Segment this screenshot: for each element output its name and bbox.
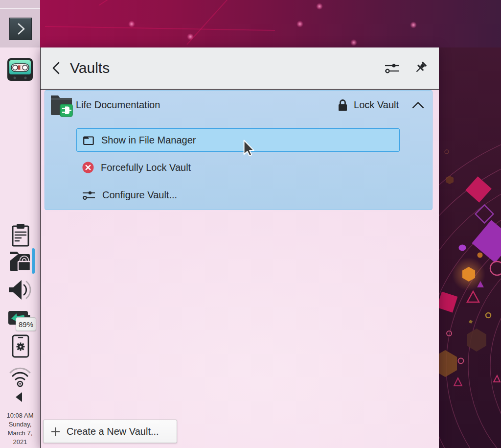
plasma-panel: 89% — [0, 0, 40, 448]
vault-row[interactable]: Life Documentation Lock Vault — [45, 91, 432, 119]
wallpaper-facet — [98, 0, 205, 6]
panel-separator — [0, 8, 40, 9]
popup-body: Life Documentation Lock Vault — [41, 90, 439, 448]
smartphone-gear-icon — [12, 334, 29, 358]
folder-open-icon — [83, 135, 94, 146]
wallpaper-sparkle — [187, 33, 194, 40]
clock-date: March 7, — [0, 429, 40, 438]
wallpaper-sparkle — [296, 21, 303, 27]
chevron-right-icon — [13, 21, 28, 37]
menu-item-forcefully-lock[interactable]: Forcefully Lock Vault — [76, 156, 400, 179]
battery-percent-badge: 89% — [16, 317, 36, 331]
chevron-up-icon — [412, 101, 424, 109]
page-title: Vaults — [70, 60, 110, 76]
menu-item-label: Show in File Manager — [101, 135, 196, 146]
collapse-button[interactable] — [412, 101, 424, 109]
clipboard-icon — [10, 223, 31, 247]
error-icon — [82, 162, 94, 173]
wallpaper-sparkle — [128, 21, 135, 27]
clock-year: 2021 — [0, 438, 40, 447]
menu-item-label: Forcefully Lock Vault — [101, 162, 191, 173]
menu-item-configure-vault[interactable]: Configure Vault... — [76, 183, 400, 207]
popup-header: Vaults — [41, 47, 439, 89]
menu-item-show-in-file-manager[interactable]: Show in File Manager — [76, 128, 400, 152]
create-new-vault-button[interactable]: Create a New Vault... — [43, 420, 177, 443]
hide-icons-button[interactable] — [14, 391, 24, 403]
configure-sliders-icon — [384, 62, 400, 74]
vault-folder-icon — [50, 93, 73, 117]
menu-item-label: Configure Vault... — [102, 189, 177, 201]
panel-expander-button[interactable] — [9, 18, 32, 40]
plus-icon — [50, 426, 61, 437]
wifi-icon — [7, 363, 33, 388]
lock-icon — [337, 98, 348, 112]
vault-item-expanded: Life Documentation Lock Vault — [45, 90, 433, 210]
desktop: 89% — [0, 0, 501, 448]
triangle-left-icon — [14, 391, 24, 403]
media-player-icon[interactable] — [7, 57, 33, 82]
lock-vault-label: Lock Vault — [354, 99, 399, 111]
vaults-tray-icon[interactable] — [8, 249, 31, 273]
wallpaper-sparkle — [350, 39, 357, 46]
digital-clock[interactable]: 10:08 AM Sunday, March 7, 2021 — [0, 411, 40, 447]
pin-icon — [412, 60, 428, 76]
create-new-vault-label: Create a New Vault... — [67, 426, 159, 437]
cassette-icon — [7, 57, 33, 82]
lock-vault-action[interactable]: Lock Vault — [337, 98, 399, 112]
wallpaper-top-band — [40, 0, 501, 47]
pin-button[interactable] — [412, 60, 428, 76]
clock-weekday: Sunday, — [0, 420, 40, 429]
vault-folder-lock-icon — [8, 249, 31, 273]
active-tray-indicator — [32, 248, 35, 274]
audio-volume-tray-icon[interactable] — [6, 278, 33, 302]
network-tray-icon[interactable] — [7, 363, 33, 388]
vaults-popup: Vaults — [41, 47, 439, 448]
chevron-left-icon — [51, 61, 61, 75]
wallpaper-facet — [45, 26, 275, 31]
clock-time: 10:08 AM — [0, 411, 40, 420]
speaker-icon — [6, 278, 33, 302]
wallpaper-sparkle — [410, 22, 417, 28]
vault-name: Life Documentation — [76, 99, 160, 111]
wallpaper-facet — [186, 0, 272, 45]
configure-sliders-icon — [82, 189, 95, 201]
back-button[interactable] — [51, 61, 61, 75]
wallpaper-sparkle — [316, 3, 323, 10]
mouse-cursor — [243, 140, 255, 156]
clipboard-tray-icon[interactable] — [10, 223, 31, 247]
configure-button[interactable] — [384, 62, 400, 74]
wallpaper-right-band — [439, 47, 501, 448]
kdeconnect-tray-icon[interactable] — [12, 334, 29, 358]
